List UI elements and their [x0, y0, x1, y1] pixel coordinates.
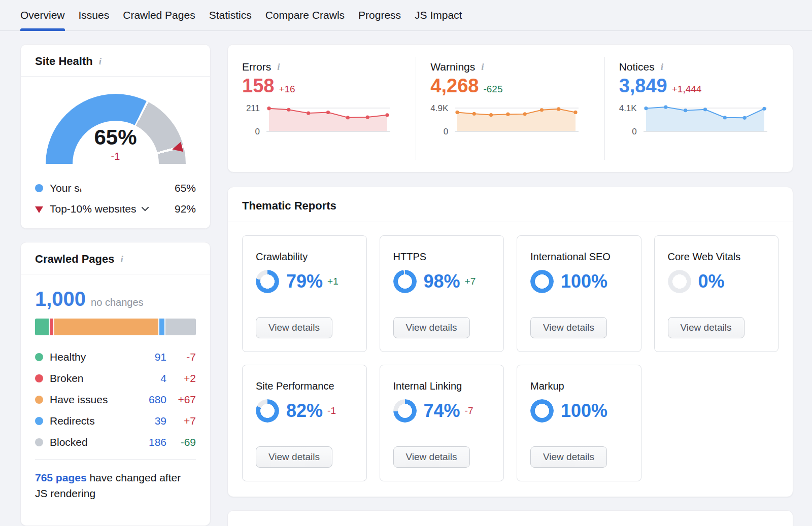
site-health-score: 65%: [46, 125, 186, 150]
report-title: Site Performance: [256, 380, 353, 392]
tab-statistics[interactable]: Statistics: [209, 0, 252, 30]
tab-js-impact[interactable]: JS Impact: [415, 0, 462, 30]
bar-segment-blocked: [165, 319, 196, 335]
tab-crawled-pages[interactable]: Crawled Pages: [123, 0, 195, 30]
row-delta: +67: [166, 394, 196, 406]
view-details-button[interactable]: View details: [393, 446, 470, 468]
errors-number-row: 158 +16: [242, 75, 402, 97]
table-row-redirects: Redirects 39 +7: [35, 410, 196, 432]
report-card-site-performance: Site Performance 82% -1 View details: [242, 365, 367, 481]
notices-number-row: 3,849 +1,444: [619, 75, 780, 97]
crawled-pages-body: 1,000 no changes Healthy 91 -7 Broken 4: [21, 274, 210, 514]
report-card-international-seo: International SEO 100% View details: [517, 235, 641, 352]
red-dot-icon: [35, 374, 43, 382]
warnings-delta: -625: [483, 84, 502, 95]
notices-axis: 4.1K 0: [619, 104, 644, 135]
row-value-link[interactable]: 4: [137, 372, 166, 384]
notices-value[interactable]: 3,849: [619, 75, 667, 97]
notices-sparkline-chart: [644, 104, 767, 135]
orange-dot-icon: [35, 396, 43, 404]
report-score-row: 98% +7: [393, 270, 491, 293]
warnings-value[interactable]: 4,268: [430, 75, 479, 97]
table-row-blocked: Blocked 186 -69: [35, 432, 196, 453]
blue-dot-icon: [35, 184, 43, 192]
right-column: Errors i 158 +16 211 0 Warnings: [227, 44, 793, 526]
bar-segment-redirects: [159, 319, 164, 335]
errors-title: Errors: [242, 61, 271, 73]
report-score-row: 0%: [668, 270, 765, 293]
report-score-row: 100%: [530, 399, 628, 423]
row-label: Have issues: [50, 394, 108, 406]
report-score: 0%: [698, 271, 725, 292]
crawled-pages-title: Crawled Pages: [35, 253, 115, 266]
next-section-card-top: [227, 510, 793, 526]
errors-sparkline-chart: [266, 104, 390, 135]
errors-value[interactable]: 158: [242, 75, 274, 97]
info-icon[interactable]: i: [660, 61, 664, 73]
report-title: HTTPS: [393, 251, 491, 263]
site-health-card: Site Health i 65% -1 Your site 65%: [20, 44, 211, 229]
row-value-link[interactable]: 39: [137, 415, 166, 427]
thematic-reports-header: Thematic Reports: [228, 187, 793, 222]
report-card-https: HTTPS 98% +7 View details: [380, 235, 504, 352]
report-score-row: 82% -1: [256, 399, 353, 423]
blue-dot-icon: [35, 417, 43, 425]
js-rendering-note: 765 pages have changed after JS renderin…: [35, 460, 196, 514]
site-health-gauge: 65% -1: [46, 94, 186, 165]
row-value-link[interactable]: 680: [137, 394, 166, 406]
tab-progress[interactable]: Progress: [358, 0, 401, 30]
report-card-core-web-vitals: Core Web Vitals 0% View details: [654, 235, 779, 352]
report-title: Crawlability: [256, 251, 353, 263]
axis-min-label: 0: [632, 127, 636, 137]
warnings-sparkline: 4.9K 0: [430, 104, 591, 135]
axis-min-label: 0: [255, 127, 260, 137]
view-details-button[interactable]: View details: [256, 446, 332, 468]
donut-chart-icon: [256, 399, 279, 423]
bar-segment-healthy: [35, 319, 49, 335]
errors-title-row: Errors i: [242, 61, 402, 73]
notices-title-row: Notices i: [619, 61, 780, 73]
view-details-button[interactable]: View details: [393, 317, 470, 338]
view-details-button[interactable]: View details: [530, 317, 607, 338]
view-details-button[interactable]: View details: [668, 317, 745, 338]
errors-metric: Errors i 158 +16 211 0: [228, 57, 416, 160]
warnings-axis: 4.9K 0: [430, 104, 455, 135]
thematic-reports-title: Thematic Reports: [242, 199, 336, 213]
report-tabs: Overview Issues Crawled Pages Statistics…: [0, 0, 812, 31]
donut-chart-icon: [668, 270, 691, 293]
view-details-button[interactable]: View details: [530, 446, 607, 468]
row-label: Redirects: [50, 415, 95, 427]
changed-pages-link[interactable]: 765 pages: [35, 472, 87, 483]
row-value-link[interactable]: 91: [137, 351, 166, 363]
table-row-broken: Broken 4 +2: [35, 368, 196, 389]
axis-max-label: 211: [246, 103, 260, 114]
row-delta: -7: [166, 351, 196, 363]
warnings-sparkline-chart: [455, 104, 579, 135]
report-delta: +1: [327, 276, 339, 287]
row-label: Healthy: [50, 351, 86, 363]
site-health-delta: -1: [46, 151, 186, 162]
donut-chart-icon: [393, 399, 417, 423]
site-health-title: Site Health: [35, 55, 93, 68]
row-value-link[interactable]: 186: [137, 436, 166, 448]
site-health-body: 65% -1 Your site 65% Top-10% websites: [21, 77, 210, 228]
info-icon[interactable]: i: [480, 61, 485, 73]
left-column: Site Health i 65% -1 Your site 65%: [20, 44, 211, 526]
info-icon[interactable]: i: [120, 254, 124, 265]
tab-compare-crawls[interactable]: Compare Crawls: [265, 0, 345, 30]
info-icon[interactable]: i: [98, 56, 103, 67]
axis-max-label: 4.9K: [430, 103, 448, 114]
tab-overview[interactable]: Overview: [20, 0, 65, 30]
report-score: 74%: [424, 400, 460, 422]
row-delta: +7: [166, 415, 196, 427]
warnings-number-row: 4,268 -625: [430, 75, 591, 97]
info-icon[interactable]: i: [276, 61, 281, 73]
warnings-metric: Warnings i 4,268 -625 4.9K 0: [416, 57, 604, 160]
report-title: Markup: [530, 380, 628, 392]
view-details-button[interactable]: View details: [256, 317, 332, 338]
tab-issues[interactable]: Issues: [79, 0, 110, 30]
notices-sparkline: 4.1K 0: [619, 104, 780, 135]
errors-delta: +16: [279, 84, 295, 95]
warnings-title: Warnings: [430, 61, 475, 73]
crawled-pages-rows: Healthy 91 -7 Broken 4 +2 Have issues 68…: [35, 346, 196, 453]
